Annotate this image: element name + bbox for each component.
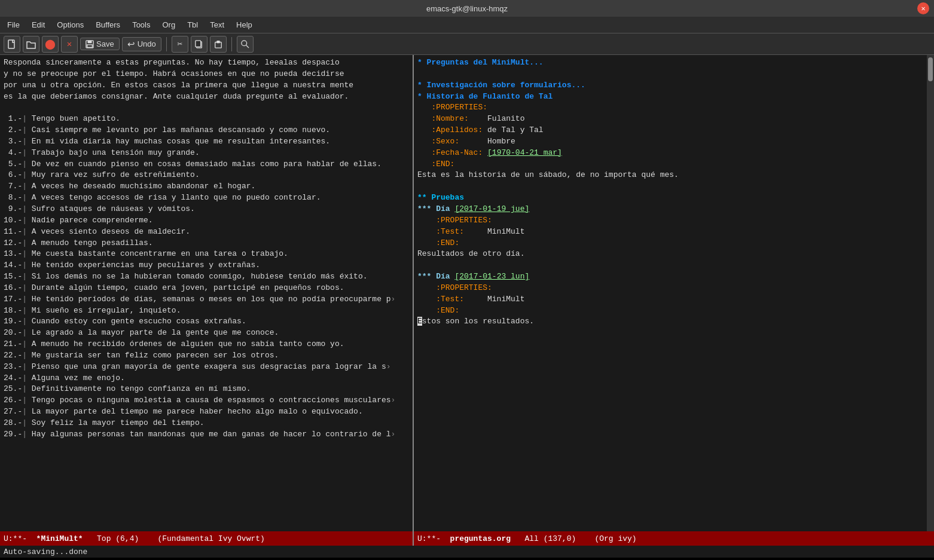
- rline-heading3a: *** Día [2017-01-19 jue]: [417, 204, 923, 215]
- q14: 14.-| He tenido experiencias muy peculia…: [4, 260, 409, 271]
- new-file-button[interactable]: [4, 36, 20, 53]
- rline-heading2a: * Historia de Fulanito de Tal: [417, 91, 923, 103]
- right-content[interactable]: * Preguntas del MiniMult... * Investigac…: [414, 55, 927, 531]
- menu-options[interactable]: Options: [52, 19, 88, 30]
- rline-heading3b: *** Día [2017-01-23 lun]: [417, 271, 923, 283]
- save-button[interactable]: Save: [80, 38, 120, 50]
- q24: 24.-| Alguna vez me enojo.: [4, 373, 409, 384]
- blank-1: [4, 102, 409, 114]
- q5: 5.-| De vez en cuando pienso en cosas de…: [4, 159, 409, 170]
- scrollbar[interactable]: [927, 55, 934, 531]
- rline-prop11: :Test: MiniMult: [417, 294, 923, 305]
- right-pane[interactable]: * Preguntas del MiniMult... * Investigac…: [414, 55, 927, 531]
- statusbar: U:**- *MiniMult* Top (6,4) (Fundamental …: [0, 531, 934, 560]
- intro-line-4: es la que deberíamos consignar. Ante cua…: [4, 91, 409, 103]
- q3: 3.-| En mi vida diaria hay muchas cosas …: [4, 136, 409, 148]
- q21: 21.-| A menudo he recibido órdenes de al…: [4, 339, 409, 350]
- menu-tools[interactable]: Tools: [127, 19, 155, 30]
- rline-prop7: :PROPERTIES:: [417, 215, 923, 227]
- rline-heading1a: * Preguntas del MiniMult...: [417, 57, 923, 69]
- toolbar-separator-1: [166, 37, 167, 51]
- intro-line-1: Responda sinceramente a estas preguntas.…: [4, 57, 409, 69]
- q4: 4.-| Trabajo bajo una tensión muy grande…: [4, 148, 409, 159]
- menu-edit[interactable]: Edit: [27, 19, 50, 30]
- left-status-bar: U:**- *MiniMult* Top (6,4) (Fundamental …: [0, 531, 414, 546]
- save-label: Save: [96, 39, 114, 48]
- q11: 11.-| A veces siento deseos de maldecir.: [4, 227, 409, 238]
- scrollbar-thumb[interactable]: [928, 57, 933, 81]
- svg-rect-3: [87, 44, 93, 47]
- rline-blank2: [417, 181, 923, 192]
- left-pane[interactable]: Responda sinceramente a estas preguntas.…: [0, 55, 414, 531]
- q17: 17.-| He tenido períodos de días, semana…: [4, 294, 409, 305]
- menubar: File Edit Options Buffers Tools Org Tbl …: [0, 17, 934, 33]
- rline-prop5: :Fecha-Nac: [1970-04-21 mar]: [417, 148, 923, 159]
- rline-text1: Esta es la historia de un sábado, de no …: [417, 170, 923, 181]
- left-content[interactable]: Responda sinceramente a estas preguntas.…: [0, 55, 413, 531]
- q7: 7.-| A veces he deseado muchísimo abando…: [4, 181, 409, 192]
- right-status-bar: U:**- preguntas.org All (137,0) (Org ivy…: [414, 531, 934, 546]
- rline-prop8: :Test: MiniMult: [417, 227, 923, 238]
- svg-line-9: [246, 45, 248, 47]
- q9: 9.-| Sufro ataques de náuseas y vómitos.: [4, 204, 409, 215]
- menu-buffers[interactable]: Buffers: [91, 19, 125, 30]
- rline-text2: Resultados de otro día.: [417, 249, 923, 260]
- rline-prop9: :END:: [417, 238, 923, 249]
- q13: 13.-| Me cuesta bastante concentrarme en…: [4, 249, 409, 260]
- q1: 1.-| Tengo buen apetito.: [4, 114, 409, 125]
- editor-area: Responda sinceramente a estas preguntas.…: [0, 55, 934, 531]
- rline-prop4: :Sexo: Hombre: [417, 136, 923, 148]
- q25: 25.-| Definitivamente no tengo confianza…: [4, 384, 409, 395]
- menu-help[interactable]: Help: [231, 19, 257, 30]
- right-status-text: U:**- preguntas.org All (137,0) (Org ivy…: [417, 534, 637, 543]
- rline-heading1b: * Investigación sobre formularios...: [417, 80, 923, 91]
- status-line: U:**- *MiniMult* Top (6,4) (Fundamental …: [0, 531, 934, 546]
- echo-text: Auto-saving...done: [4, 547, 87, 556]
- kill-buffer-button[interactable]: ✕: [61, 36, 78, 53]
- q12: 12.-| A menudo tengo pesadillas.: [4, 238, 409, 249]
- q18: 18.-| Mi sueño es irregular, inquieto.: [4, 305, 409, 317]
- q10: 10.-| Nadie parece comprenderme.: [4, 215, 409, 227]
- rline-prop3: :Apellidos: de Tal y Tal: [417, 125, 923, 136]
- revert-buffer-button[interactable]: ⬤: [42, 36, 59, 53]
- rline-blank1: [417, 69, 923, 80]
- q23: 23.-| Pienso que una gran mayoría de gen…: [4, 362, 409, 373]
- q16: 16.-| Durante algún tiempo, cuado era jo…: [4, 283, 409, 294]
- copy-button[interactable]: [191, 36, 207, 53]
- q15: 15.-| Si los demás no se la hubieran tom…: [4, 271, 409, 283]
- rline-heading2b: ** Pruebas: [417, 192, 923, 204]
- rline-prop12: :END:: [417, 305, 923, 317]
- q2: 2.-| Casi siempre me levanto por las mañ…: [4, 125, 409, 136]
- menu-text[interactable]: Text: [205, 19, 229, 30]
- menu-file[interactable]: File: [2, 19, 25, 30]
- q19: 19.-| Cuando estoy con gente escucho cos…: [4, 316, 409, 328]
- svg-rect-0: [8, 40, 14, 48]
- close-button[interactable]: ✕: [917, 2, 929, 14]
- intro-line-2: y no se preocupe por el tiempo. Habrá oc…: [4, 69, 409, 80]
- q28: 28.-| Soy feliz la mayor tiempo del tiem…: [4, 418, 409, 429]
- rline-prop2: :Nombre: Fulanito: [417, 114, 923, 125]
- echo-area: Auto-saving...done: [0, 546, 934, 558]
- q29: 29.-| Hay algunas personas tan mandonas …: [4, 429, 409, 440]
- open-file-button[interactable]: [23, 36, 39, 53]
- rline-prop6: :END:: [417, 159, 923, 170]
- q27: 27.-| La mayor parte del tiempo me parec…: [4, 406, 409, 418]
- paste-button[interactable]: [210, 36, 227, 53]
- rline-text3: Estos son los resultados.: [417, 316, 923, 328]
- rline-prop10: :PROPERTIES:: [417, 283, 923, 294]
- cut-button[interactable]: ✂: [172, 36, 188, 53]
- rline-blank3: [417, 260, 923, 271]
- q22: 22.-| Me gustaría ser tan feliz como par…: [4, 350, 409, 362]
- menu-tbl[interactable]: Tbl: [182, 19, 203, 30]
- undo-button[interactable]: ↩ Undo: [122, 37, 161, 51]
- titlebar: emacs-gtk@linux-hmqz ✕: [0, 0, 934, 17]
- search-button[interactable]: [237, 36, 254, 53]
- undo-label: Undo: [138, 39, 156, 48]
- q6: 6.-| Muy rara vez sufro de estreñimiento…: [4, 170, 409, 181]
- rline-prop1: :PROPERTIES:: [417, 102, 923, 114]
- svg-point-8: [242, 40, 247, 45]
- toolbar-separator-2: [231, 37, 232, 51]
- toolbar: ⬤ ✕ Save ↩ Undo ✂: [0, 33, 934, 55]
- svg-rect-7: [216, 40, 219, 42]
- menu-org[interactable]: Org: [157, 19, 180, 30]
